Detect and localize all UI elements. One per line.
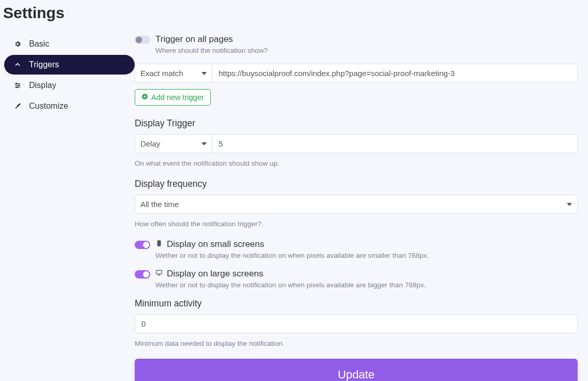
sidebar-item-label: Triggers <box>29 60 59 69</box>
sidebar-item-label: Display <box>29 81 56 90</box>
sidebar-item-customize[interactable]: Customize <box>4 96 135 116</box>
trigger-url-input[interactable] <box>212 64 578 83</box>
toggle-small-screens[interactable] <box>135 241 150 249</box>
toggle-large-screens[interactable] <box>135 270 150 279</box>
add-trigger-button[interactable]: Add new trigger <box>135 89 211 106</box>
label-min-activity: Minimum activity <box>135 298 578 309</box>
sidebar-item-label: Customize <box>29 101 68 111</box>
help-small-screens: Wether or not to display the notificatio… <box>155 252 429 259</box>
frequency-select[interactable]: All the time <box>135 195 578 214</box>
update-button[interactable]: Update <box>135 359 578 381</box>
help-all-pages: Where should the notification show? <box>155 47 268 54</box>
help-min-activity: Minimum data needed to display the notif… <box>135 340 578 347</box>
display-trigger-value-input[interactable] <box>212 134 578 153</box>
label-frequency: Display frequency <box>135 179 578 189</box>
toggle-all-pages[interactable] <box>135 36 150 44</box>
label-small-screens: Display on small screens <box>167 239 264 250</box>
display-trigger-type-select[interactable]: Delay <box>135 134 212 153</box>
svg-point-5 <box>17 86 18 87</box>
page-title: Settings <box>0 0 588 31</box>
help-large-screens: Wether or not to display the notificatio… <box>155 281 426 289</box>
plus-circle-icon <box>141 93 148 101</box>
sidebar-item-display[interactable]: Display <box>4 76 135 95</box>
svg-point-3 <box>16 83 17 84</box>
add-trigger-label: Add new trigger <box>151 93 204 101</box>
help-frequency: How often should the notification trigge… <box>135 220 578 228</box>
help-display-trigger: On what event the notification should sh… <box>135 159 578 167</box>
sidebar: Basic Triggers Display Customize <box>0 31 135 381</box>
label-display-trigger: Display Trigger <box>135 118 578 129</box>
sidebar-item-basic[interactable]: Basic <box>4 34 135 54</box>
svg-rect-8 <box>156 270 162 274</box>
svg-point-4 <box>18 85 19 86</box>
gear-icon <box>13 40 22 48</box>
chevron-up-icon <box>13 61 22 69</box>
label-all-pages: Trigger on all pages <box>155 34 268 45</box>
svg-rect-7 <box>157 241 161 246</box>
min-activity-input[interactable] <box>135 314 578 333</box>
main-panel: Trigger on all pages Where should the no… <box>135 31 588 381</box>
sidebar-item-triggers[interactable]: Triggers <box>4 55 135 75</box>
match-type-select[interactable]: Exact match <box>135 64 212 83</box>
mobile-icon <box>155 239 163 250</box>
desktop-icon <box>155 269 163 279</box>
label-large-screens: Display on large screens <box>167 269 263 279</box>
trigger-rule-row: Exact match <box>135 64 578 83</box>
sidebar-item-label: Basic <box>29 39 49 49</box>
brush-icon <box>13 102 22 110</box>
sliders-icon <box>13 81 22 90</box>
